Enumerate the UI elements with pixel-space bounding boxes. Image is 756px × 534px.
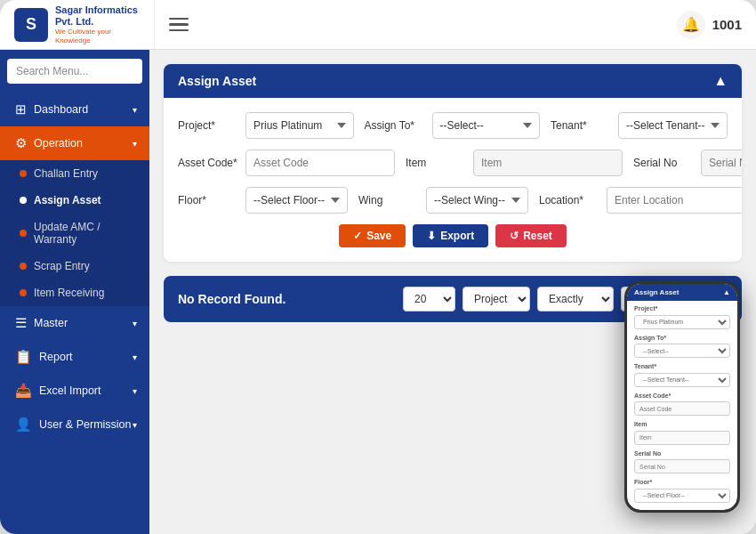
sidebar-item-label: Report [39,351,73,363]
assign-asset-body: Project* Prius Platinum Assign To* - [164,98,742,262]
topbar: S Sagar Informatics Pvt. Ltd. We Cultiva… [0,0,756,50]
phone-field-tenant: Tenant* --Select Tenant-- [634,363,730,387]
dot-icon [20,230,27,237]
sidebar-item-operation[interactable]: ⚙ Operation ▾ [0,126,149,160]
match-select[interactable]: Exactly Contains [537,287,614,312]
group-by-select[interactable]: Project Asset Tenant [462,287,530,312]
project-label: Project* [178,119,240,132]
phone-tenant-label: Tenant* [634,363,730,369]
master-icon: ☰ [15,315,27,331]
form-row-2: Asset Code* Item Serial No [178,150,728,176]
phone-asset-code-input[interactable] [634,401,730,416]
floor-label: Floor* [178,194,240,206]
floor-group: Floor* --Select Floor-- [178,187,348,214]
sidebar-item-update-amc[interactable]: Update AMC / Warranty [0,214,149,253]
location-input[interactable] [607,187,742,214]
phone-overlay: Assign Asset ▲ Project* Prius Platinum A… [624,281,740,513]
location-group: Location* [539,187,742,214]
save-button[interactable]: ✓ Save [339,224,406,247]
phone-card-header: Assign Asset ▲ [627,284,737,301]
phone-field-item: Item [634,421,730,445]
logo-text: Sagar Informatics Pvt. Ltd. We Cultivate… [55,4,145,45]
item-label: Item [406,157,468,169]
search-menu-input[interactable]: Search Menu... [7,59,142,84]
phone-serial-no-input[interactable] [634,459,730,473]
sidebar-item-scrap-entry[interactable]: Scrap Entry [0,253,149,279]
item-group: Item [406,150,623,176]
wing-group: Wing --Select Wing-- [358,187,528,214]
chevron-down-icon: ▾ [133,139,137,149]
hamburger-button[interactable] [169,18,189,32]
project-group: Project* Prius Platinum [178,112,354,139]
sidebar-item-assign-asset[interactable]: Assign Asset [0,187,149,214]
chevron-down-icon: ▾ [133,319,137,328]
sidebar-item-dashboard[interactable]: ⊞ Dashboard ▾ [0,93,149,126]
export-button[interactable]: ⬇ Export [413,224,488,247]
refresh-icon: ↺ [510,230,519,242]
phone-serial-no-label: Serial No [634,450,730,457]
phone-title: Assign Asset [634,288,679,296]
sidebar-sub-label: Item Receiving [34,287,104,299]
form-row-3: Floor* --Select Floor-- Wing --Selec [178,187,728,214]
dot-icon [20,263,27,270]
phone-project-select[interactable]: Prius Platinum [634,315,730,329]
logo-icon: S [14,8,48,42]
chevron-down-icon: ▾ [133,420,137,430]
tenant-label: Tenant* [551,119,613,132]
phone-item-label: Item [634,421,730,427]
phone-field-serial-no: Serial No [634,450,730,474]
per-page-select[interactable]: 20 50 100 [403,287,455,312]
phone-assign-to-select[interactable]: --Select-- [634,344,730,358]
sidebar-item-report[interactable]: 📋 Report ▾ [0,340,149,374]
company-tagline: We Cultivate your Knowledge [55,28,145,44]
serial-no-input[interactable] [701,150,742,176]
operation-icon: ⚙ [15,135,27,151]
company-name: Sagar Informatics Pvt. Ltd. [55,4,145,28]
search-menu-placeholder: Search Menu... [16,65,88,77]
excel-icon: 📥 [15,383,32,399]
phone-floor-select[interactable]: --Select Floor-- [634,489,730,503]
sidebar-item-user-permission[interactable]: 👤 User & Permission ▾ [0,408,149,441]
asset-code-group: Asset Code* [178,150,395,176]
no-record-text: No Record Found. [178,292,286,306]
sidebar-item-label: Master [34,317,68,329]
sidebar-item-master[interactable]: ☰ Master ▾ [0,306,149,340]
sidebar-sub-label: Challan Entry [34,167,98,180]
dot-icon [20,170,27,177]
sidebar-item-label: Dashboard [34,103,88,116]
assign-to-select[interactable]: --Select-- [432,112,541,139]
reset-button[interactable]: ↺ Reset [495,224,567,247]
sidebar-item-label: Operation [34,137,83,150]
sidebar-sub-label: Scrap Entry [34,260,90,272]
notification-icon[interactable]: 🔔 [677,11,705,39]
report-icon: 📋 [15,349,32,365]
phone-tenant-select[interactable]: --Select Tenant-- [634,373,730,387]
tenant-group: Tenant* --Select Tenant-- [551,112,728,139]
sidebar-item-challan-entry[interactable]: Challan Entry [0,160,149,187]
user-icon: 👤 [15,417,32,433]
floor-select[interactable]: --Select Floor-- [245,187,348,214]
sidebar-item-item-receiving[interactable]: Item Receiving [0,279,149,306]
asset-code-input[interactable] [245,150,395,176]
phone-field-assign-to: Assign To* --Select-- [634,335,730,359]
phone-item-input[interactable] [634,431,730,445]
wing-select[interactable]: --Select Wing-- [426,187,528,214]
phone-asset-code-label: Asset Code* [634,392,730,399]
collapse-icon[interactable]: ▲ [713,73,728,89]
chevron-down-icon: ▾ [133,386,137,396]
phone-screen: Assign Asset ▲ Project* Prius Platinum A… [627,284,737,510]
dot-active-icon [20,197,27,204]
operation-submenu: Challan Entry Assign Asset Update AMC / … [0,160,149,306]
sidebar-sub-label: Assign Asset [34,194,101,206]
sidebar-sub-label: Update AMC / Warranty [34,221,137,246]
item-input[interactable] [473,150,623,176]
project-select[interactable]: Prius Platinum [245,112,354,139]
phone-collapse-icon: ▲ [723,288,730,296]
sidebar-item-label: Excel Import [39,384,101,397]
sidebar-item-excel-import[interactable]: 📥 Excel Import ▾ [0,374,149,408]
phone-project-label: Project* [634,305,730,312]
phone-field-floor: Floor* --Select Floor-- [634,479,730,503]
user-count: 1001 [712,17,742,32]
assign-asset-header: Assign Asset ▲ [164,64,742,98]
tenant-select[interactable]: --Select Tenant-- [618,112,728,139]
